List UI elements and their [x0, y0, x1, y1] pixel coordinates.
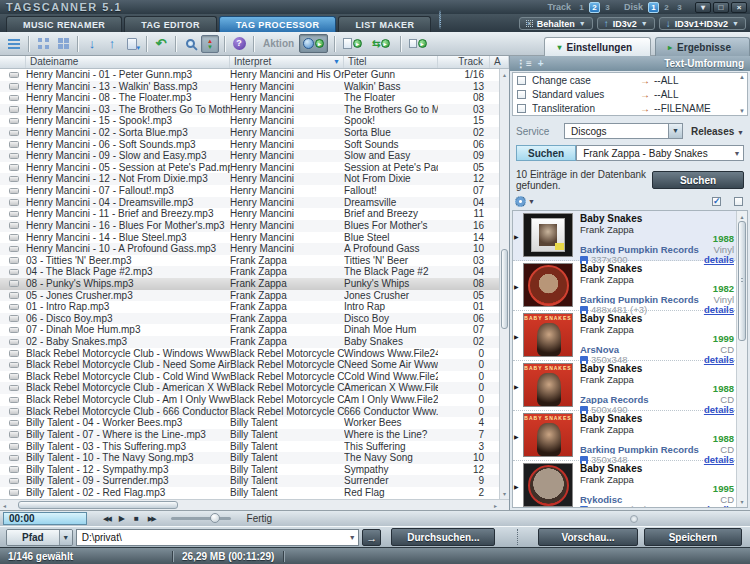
result-label[interactable]: Rykodisc — [580, 495, 716, 505]
table-row[interactable]: 05 - Jones Crusher.mp3Frank ZappaJones C… — [0, 290, 509, 302]
grid-small-icon[interactable] — [34, 35, 52, 53]
table-row[interactable]: Henry Mancini - 07 - Fallout!.mp3Henry M… — [0, 185, 509, 197]
scroll-down-icon[interactable]: ▼ — [739, 108, 745, 114]
table-row[interactable]: Henry Mancini - 03 - The Brothers Go To … — [0, 104, 509, 116]
list-icon[interactable]: ⋮≡ — [516, 59, 532, 69]
disk-option-2[interactable]: 2 — [661, 2, 672, 13]
play-arrow-icon[interactable]: ▶ — [514, 283, 519, 290]
path-input[interactable]: D:\privat\ ▼ — [76, 529, 360, 546]
transform-item[interactable]: Standard values→--ALL — [513, 87, 747, 101]
track-option-1[interactable]: 1 — [576, 2, 587, 13]
action-online-button[interactable]: ▸ — [299, 34, 328, 53]
scrollbar-thumb[interactable] — [738, 221, 746, 341]
minimize-icon[interactable]: ▾ — [695, 2, 711, 13]
results-scrollbar[interactable]: ▴ ▾ — [736, 211, 747, 507]
settings-gear-icon[interactable] — [439, 11, 441, 29]
result-label[interactable]: ArsNova — [580, 345, 716, 355]
table-row[interactable]: Henry Mancini - 10 - A Profound Gass.mp3… — [0, 243, 509, 255]
play-arrow-icon[interactable]: ▶ — [514, 483, 519, 490]
table-row[interactable]: Henry Mancini - 02 - Sorta Blue.mp3Henry… — [0, 127, 509, 139]
select-none-checkbox[interactable] — [734, 197, 743, 206]
transform-checkbox[interactable] — [517, 104, 526, 113]
close-icon[interactable]: × — [731, 2, 747, 13]
stop-icon[interactable]: ■ — [134, 515, 139, 523]
view-list-icon[interactable] — [5, 35, 23, 53]
table-row[interactable]: 03 - Titties 'N' Beer.mp3Frank ZappaTitt… — [0, 255, 509, 267]
column-interpret[interactable]: Interpret▼ — [230, 56, 344, 68]
chevron-down-icon[interactable]: ▼ — [731, 150, 743, 157]
vertical-scrollbar[interactable]: ▴ ▾ — [499, 69, 509, 499]
scroll-up-icon[interactable]: ▴ — [500, 71, 509, 78]
transform-item[interactable]: Change case→--ALL — [513, 73, 747, 87]
add-icon[interactable]: + — [538, 59, 544, 69]
copy-tags-icon[interactable] — [123, 35, 141, 53]
table-row[interactable]: Henry Mancini - 16 - Blues For Mother's.… — [0, 220, 509, 232]
fast-forward-icon[interactable]: ▶▶ — [148, 515, 155, 523]
search-button[interactable]: Suchen — [652, 171, 744, 189]
keep-tags-dropdown[interactable]: × Behalten ▼ — [519, 17, 593, 30]
track-option-2[interactable]: 2 — [589, 2, 600, 13]
save-button[interactable]: Speichern — [644, 528, 742, 546]
table-row[interactable]: 02 - Baby Snakes.mp3Frank ZappaBaby Snak… — [0, 336, 509, 348]
column-album[interactable]: A — [490, 56, 509, 68]
help-icon[interactable]: ? — [230, 35, 248, 53]
play-arrow-icon[interactable]: ▶ — [514, 333, 519, 340]
resize-grip[interactable] — [630, 515, 638, 523]
table-row[interactable]: Henry Mancini - 08 - The Floater.mp3Henr… — [0, 92, 509, 104]
table-row[interactable]: 06 - Disco Boy.mp3Frank ZappaDisco Boy06 — [0, 313, 509, 325]
tab-einstellungen[interactable]: ▾ Einstellungen — [544, 37, 651, 56]
result-item[interactable]: ▶BABY SNAKESBaby SnakesFrank Zappa1999Ar… — [513, 311, 747, 361]
column-dateiname[interactable]: Dateiname — [26, 56, 230, 68]
column-titel[interactable]: Titel — [344, 56, 438, 68]
chevron-down-icon[interactable]: ▼ — [59, 530, 72, 545]
table-row[interactable]: 01 - Intro Rap.mp3Frank ZappaIntro Rap01 — [0, 301, 509, 313]
table-row[interactable]: Henry Mancini - 12 - Not From Dixie.mp3H… — [0, 173, 509, 185]
table-row[interactable]: Black Rebel Motorcycle Club - Cold Wind … — [0, 371, 509, 383]
scroll-right-icon[interactable]: ▸ — [494, 502, 497, 509]
chevron-down-icon[interactable]: ▼ — [346, 534, 358, 541]
transfer-icon[interactable]: ▲▼ — [201, 35, 219, 53]
action-filename-button[interactable]: ▸ — [405, 34, 431, 53]
scroll-down-icon[interactable]: ▾ — [737, 498, 747, 505]
details-link[interactable]: details — [704, 505, 734, 508]
slider-knob[interactable] — [210, 513, 220, 523]
move-up-icon[interactable]: ↑ — [103, 35, 121, 53]
table-row[interactable]: Black Rebel Motorcycle Club - Am I Only … — [0, 394, 509, 406]
table-row[interactable]: Henry Mancini - 09 - Slow and Easy.mp3He… — [0, 150, 509, 162]
track-option-3[interactable]: 3 — [602, 2, 613, 13]
write-tag-dropdown[interactable]: ↓ ID3v1+ID3v2 ▼ — [659, 17, 746, 30]
play-icon[interactable]: ▶ — [119, 515, 125, 523]
table-row[interactable]: Billy Talent - 10 - The Navy Song.mp3Bil… — [0, 452, 509, 464]
table-row[interactable]: Billy Talent - 07 - Where is the Line-.m… — [0, 429, 509, 441]
tab-list-maker[interactable]: LIST MAKER — [338, 16, 431, 32]
play-arrow-icon[interactable]: ▶ — [514, 383, 519, 390]
result-label[interactable]: Barking Pumpkin Records — [580, 295, 710, 305]
move-down-icon[interactable]: ↓ — [83, 35, 101, 53]
table-row[interactable]: Henry Mancini - 15 - Spook!.mp3Henry Man… — [0, 115, 509, 127]
disk-option-3[interactable]: 3 — [674, 2, 685, 13]
table-row[interactable]: Billy Talent - 02 - Red Flag.mp3Billy Ta… — [0, 487, 509, 499]
play-arrow-icon[interactable]: ▶ — [514, 433, 519, 440]
table-row[interactable]: Black Rebel Motorcycle Club - American X… — [0, 382, 509, 394]
result-item[interactable]: ▶Baby SnakesFrank Zappa1995RykodiscCD600… — [513, 461, 747, 508]
tab-music-renamer[interactable]: MUSIC RENAMER — [6, 16, 122, 32]
select-all-checkbox[interactable] — [712, 197, 721, 206]
table-row[interactable]: 08 - Punky's Whips.mp3Frank ZappaPunky's… — [0, 278, 509, 290]
result-item[interactable]: ▶BABY SNAKESBaby SnakesFrank Zappa1988Za… — [513, 361, 747, 411]
action-file-button[interactable]: ▸ — [339, 34, 366, 53]
go-button[interactable]: → — [362, 529, 381, 546]
chevron-down-icon[interactable]: ▼ — [528, 198, 535, 205]
options-gear-icon[interactable] — [515, 196, 526, 207]
column-icon[interactable] — [0, 56, 26, 68]
volume-slider[interactable] — [171, 517, 231, 520]
transform-checkbox[interactable] — [517, 90, 526, 99]
table-row[interactable]: Henry Mancini - 04 - Dreamsville.mp3Henr… — [0, 197, 509, 209]
table-row[interactable]: Billy Talent - 03 - This Suffering.mp3Bi… — [0, 441, 509, 453]
preview-button[interactable]: Vorschau... — [538, 528, 637, 546]
rewind-icon[interactable]: ◀◀ — [103, 515, 110, 523]
table-row[interactable]: Black Rebel Motorcycle Club - Windows Ww… — [0, 348, 509, 360]
table-row[interactable]: Black Rebel Motorcycle Club - Need Some … — [0, 359, 509, 371]
table-row[interactable]: Henry Mancini - 06 - Soft Sounds.mp3Henr… — [0, 139, 509, 151]
result-item[interactable]: ▶Baby SnakesFrank Zappa1988Barking Pumpk… — [513, 211, 747, 261]
result-label[interactable]: Barking Pumpkin Records — [580, 245, 710, 255]
